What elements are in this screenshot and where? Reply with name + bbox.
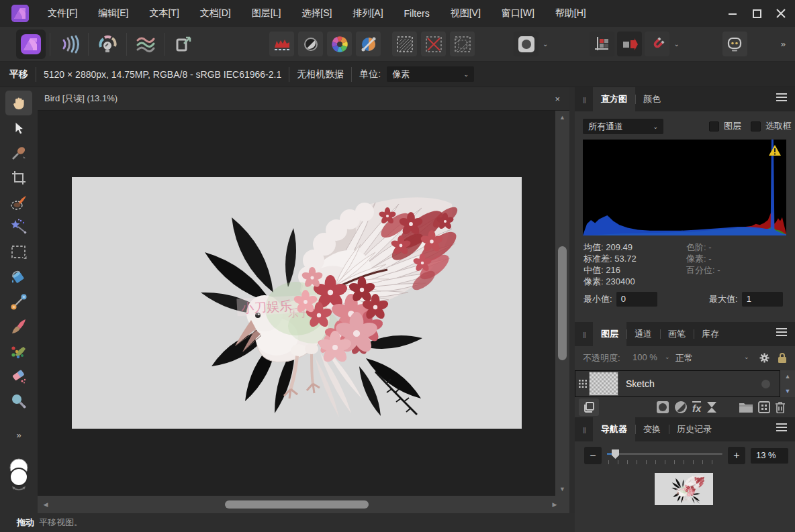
auto-colour-button[interactable] [327, 32, 352, 56]
zoom-out-button[interactable]: − [584, 447, 602, 464]
vertical-scrollbar[interactable]: ▲ ▼ [555, 111, 569, 496]
menu-arrange[interactable]: 排列[A] [353, 7, 383, 19]
warning-icon[interactable] [768, 144, 782, 156]
live-filter-button[interactable] [706, 401, 717, 413]
paint-brush-tool[interactable] [5, 314, 32, 339]
tools-overflow-chevron[interactable]: » [5, 423, 32, 447]
tab-channels[interactable]: 通道 [626, 322, 660, 346]
panel-menu-icon[interactable] [768, 421, 795, 441]
assistant-button[interactable] [722, 32, 747, 56]
delete-layer-button[interactable] [775, 401, 786, 413]
selection-brush-tool[interactable] [5, 190, 32, 215]
snapping-button[interactable] [645, 32, 669, 56]
auto-contrast-button[interactable] [298, 32, 323, 56]
panel-drag-handle[interactable]: ‖ [575, 96, 593, 111]
scroll-right-arrow[interactable]: ▶ [548, 496, 561, 513]
layer-visibility-dot[interactable] [761, 380, 770, 388]
navigator-thumbnail[interactable] [655, 473, 713, 505]
tab-brushes[interactable]: 画笔 [660, 322, 694, 346]
flood-fill-tool[interactable] [5, 264, 32, 289]
menu-edit[interactable]: 编辑[E] [98, 7, 128, 19]
layer-checkbox[interactable]: 图层 [709, 120, 741, 132]
move-tool[interactable] [5, 115, 32, 140]
horizontal-scrollbar[interactable]: ◀ ▶ [38, 496, 569, 513]
menu-window[interactable]: 窗口[W] [502, 7, 534, 19]
photo-persona-button[interactable] [16, 30, 46, 59]
layer-thumbnail[interactable] [589, 372, 618, 396]
select-all-button[interactable] [392, 32, 417, 56]
quick-mask-dropdown-chevron[interactable]: ⌄ [539, 40, 552, 48]
crop-tool[interactable] [5, 165, 32, 190]
menu-document[interactable]: 文档[D] [200, 7, 231, 19]
layer-settings-gear-icon[interactable] [759, 352, 770, 364]
canvas-viewport[interactable]: 小刀娱乐 乐于分享 [38, 111, 555, 496]
channel-dropdown[interactable]: 所有通道 ⌄ [583, 119, 663, 134]
min-input[interactable]: 0 [616, 292, 657, 307]
group-layers-button[interactable] [739, 401, 753, 413]
liquify-persona-button[interactable] [54, 30, 84, 59]
menu-file[interactable]: 文件[F] [48, 7, 77, 19]
chevron-down-icon[interactable]: ⌄ [744, 354, 749, 360]
scroll-down-arrow[interactable]: ▼ [785, 388, 791, 394]
show-pixel-grid-button[interactable] [590, 32, 614, 56]
snapping-dropdown-chevron[interactable]: ⌄ [669, 40, 683, 48]
tab-layers[interactable]: 图层 [593, 322, 626, 346]
transform-origin-button[interactable] [617, 32, 642, 56]
toolbar-overflow-chevron[interactable]: » [781, 39, 786, 49]
menu-text[interactable]: 文本[T] [149, 7, 179, 19]
invert-selection-button[interactable] [450, 32, 475, 56]
colour-swatches[interactable] [5, 457, 33, 492]
zoom-value-input[interactable]: 13 % [751, 448, 788, 464]
insert-behind-button[interactable] [758, 401, 770, 413]
marquee-tool[interactable] [5, 240, 32, 264]
max-input[interactable]: 1 [742, 292, 783, 307]
gradient-tool[interactable] [5, 289, 32, 314]
layer-row[interactable]: Sketch [575, 370, 780, 397]
document-tab[interactable]: Bird [只读] (13.1%) [44, 93, 118, 105]
flood-select-tool[interactable] [5, 215, 32, 240]
develop-persona-button[interactable] [93, 30, 122, 59]
zoom-slider-track[interactable] [607, 453, 722, 455]
mask-layer-button[interactable] [655, 400, 670, 415]
colour-picker-tool[interactable] [5, 140, 32, 165]
tab-colour[interactable]: 颜色 [635, 87, 669, 111]
menu-layer[interactable]: 图层[L] [252, 7, 281, 19]
layer-name[interactable]: Sketch [626, 378, 655, 389]
adjustment-layer-button[interactable] [673, 400, 688, 415]
maximize-button[interactable] [749, 6, 764, 21]
horizontal-scroll-thumb[interactable] [225, 500, 369, 509]
close-button[interactable] [774, 6, 788, 21]
opacity-value[interactable]: 100 % [633, 352, 657, 362]
deselect-button[interactable] [421, 32, 446, 56]
auto-white-balance-button[interactable] [356, 32, 381, 56]
unit-dropdown[interactable]: 像素 ⌄ [387, 66, 474, 82]
panel-drag-handle[interactable]: ‖ [575, 331, 593, 346]
menu-view[interactable]: 视图[V] [451, 7, 481, 19]
minimize-button[interactable] [725, 6, 740, 21]
duplicate-layer-button[interactable] [579, 398, 599, 416]
menu-help[interactable]: 帮助[H] [555, 7, 586, 19]
menu-filters[interactable]: Filters [404, 8, 430, 19]
panel-drag-handle[interactable]: ‖ [575, 426, 593, 441]
erase-tool[interactable] [5, 364, 32, 388]
tab-transform[interactable]: 变换 [635, 417, 669, 441]
chevron-down-icon[interactable]: ⌄ [665, 354, 670, 360]
marquee-checkbox[interactable]: 选取框 [751, 120, 792, 132]
menu-select[interactable]: 选择[S] [301, 7, 332, 19]
scroll-left-arrow[interactable]: ◀ [39, 496, 52, 513]
colour-replacement-brush-tool[interactable] [5, 339, 32, 364]
checkbox[interactable] [709, 121, 719, 131]
vertical-scroll-thumb[interactable] [558, 246, 567, 360]
tab-histogram[interactable]: 直方图 [593, 87, 635, 111]
scroll-down-arrow[interactable]: ▼ [555, 484, 569, 494]
layers-scrollbar[interactable]: ▲ ▼ [780, 370, 795, 397]
zoom-slider-thumb[interactable] [612, 449, 619, 459]
zoom-in-button[interactable]: + [728, 447, 745, 464]
export-persona-button[interactable] [169, 30, 199, 59]
layer-effects-button[interactable]: fx [692, 401, 701, 414]
scroll-up-arrow[interactable]: ▲ [785, 373, 791, 380]
tab-stock[interactable]: 库存 [694, 322, 727, 346]
auto-levels-button[interactable] [269, 32, 294, 56]
checkbox[interactable] [751, 121, 761, 131]
view-tool[interactable] [5, 91, 32, 115]
